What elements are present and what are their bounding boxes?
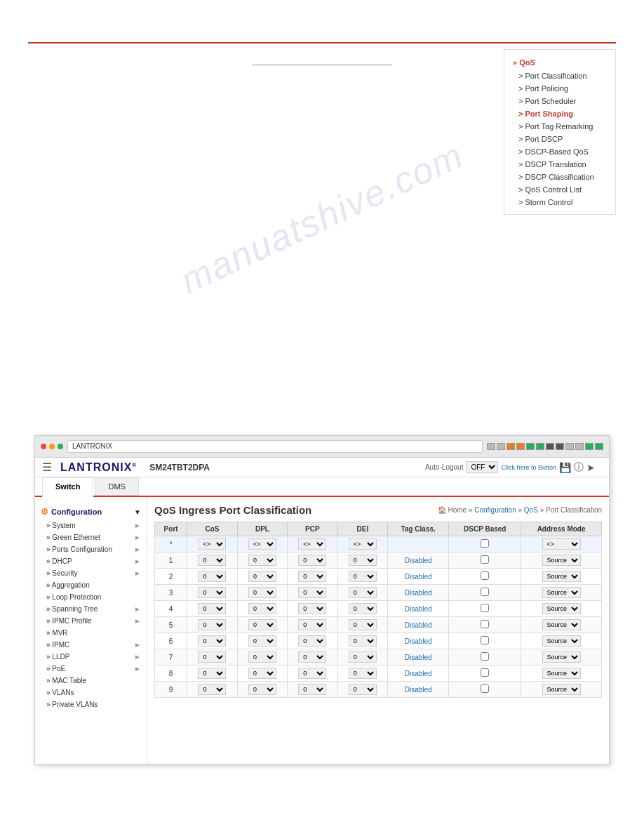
select-1-addr[interactable]: Source bbox=[542, 555, 581, 566]
cell-4-tag-class[interactable]: Disabled bbox=[388, 601, 449, 617]
sidebar-port-shaping[interactable]: > Port Shaping bbox=[504, 107, 615, 120]
checkbox-8-dscp[interactable] bbox=[481, 668, 489, 677]
cell-8-cos[interactable]: 0 bbox=[187, 666, 237, 682]
sidebar-port-dscp[interactable]: > Port DSCP bbox=[504, 133, 615, 145]
browser-address-bar[interactable]: LANTRONIX bbox=[67, 440, 483, 453]
cell-3-dscp[interactable] bbox=[449, 585, 521, 601]
select-2-dpl[interactable]: 0 bbox=[248, 571, 276, 582]
cell-3-cos[interactable]: 0 bbox=[187, 585, 237, 601]
sidebar-dscp-classification[interactable]: > DSCP Classification bbox=[504, 171, 615, 183]
cell-2-tag-class[interactable]: Disabled bbox=[388, 569, 449, 585]
select-9-dei[interactable]: 0 bbox=[349, 684, 377, 695]
cell-9-dpl[interactable]: 0 bbox=[237, 682, 287, 698]
cell-star-pcp[interactable]: <> bbox=[288, 536, 337, 552]
select-4-dpl[interactable]: 0 bbox=[248, 603, 276, 614]
select-star-cos[interactable]: <> bbox=[198, 538, 226, 550]
select-star-pcp[interactable]: <> bbox=[298, 538, 326, 550]
select-2-cos[interactable]: 0 bbox=[198, 571, 226, 582]
cell-star-cos[interactable]: <> bbox=[187, 536, 237, 552]
cell-8-tag-class[interactable]: Disabled bbox=[388, 666, 449, 682]
cell-4-dpl[interactable]: 0 bbox=[237, 601, 287, 617]
select-7-cos[interactable]: 0 bbox=[198, 651, 226, 663]
sidebar-item-loop-protection[interactable]: » Loop Protection bbox=[35, 591, 147, 603]
cell-4-dscp[interactable] bbox=[449, 601, 521, 617]
sidebar-dscp-translation[interactable]: > DSCP Translation bbox=[504, 158, 615, 171]
select-8-dpl[interactable]: 0 bbox=[248, 668, 276, 679]
link-2-tag-class[interactable]: Disabled bbox=[405, 573, 432, 581]
cell-4-cos[interactable]: 0 bbox=[187, 601, 237, 617]
sidebar-item-system[interactable]: » System ► bbox=[35, 519, 147, 531]
checkbox-4-dscp[interactable] bbox=[481, 604, 489, 612]
cell-6-dscp[interactable] bbox=[449, 633, 521, 649]
cell-5-dei[interactable]: 0 bbox=[337, 617, 387, 633]
sidebar-port-scheduler[interactable]: > Port Scheduler bbox=[504, 95, 615, 107]
cell-8-addr[interactable]: Source bbox=[521, 666, 602, 682]
cell-2-pcp[interactable]: 0 bbox=[288, 569, 337, 585]
select-6-addr[interactable]: Source bbox=[542, 635, 581, 647]
breadcrumb-config[interactable]: Configuration bbox=[474, 506, 516, 514]
select-8-addr[interactable]: Source bbox=[542, 668, 581, 679]
select-4-addr[interactable]: Source bbox=[542, 603, 581, 614]
save-icon[interactable]: 💾 bbox=[559, 462, 571, 473]
cell-star-dei[interactable]: <> bbox=[337, 536, 387, 552]
sidebar-item-security[interactable]: » Security ► bbox=[35, 567, 147, 579]
breadcrumb-home[interactable]: Home bbox=[448, 506, 467, 514]
checkbox-2-dscp[interactable] bbox=[481, 571, 489, 580]
select-2-addr[interactable]: Source bbox=[542, 571, 581, 582]
select-5-addr[interactable]: Source bbox=[542, 619, 581, 630]
cell-8-pcp[interactable]: 0 bbox=[288, 666, 337, 682]
link-5-tag-class[interactable]: Disabled bbox=[405, 621, 432, 629]
select-5-dpl[interactable]: 0 bbox=[248, 619, 276, 630]
breadcrumb-qos[interactable]: QoS bbox=[524, 506, 538, 514]
sidebar-item-lldp[interactable]: » LLDP ► bbox=[35, 651, 147, 663]
sidebar-item-green-ethernet[interactable]: » Green Ethernet ► bbox=[35, 531, 147, 543]
sidebar-item-ports-config[interactable]: » Ports Configuration ► bbox=[35, 543, 147, 555]
checkbox-3-dscp[interactable] bbox=[481, 588, 489, 596]
sidebar-storm-control[interactable]: > Storm Control bbox=[504, 196, 615, 208]
cell-9-addr[interactable]: Source bbox=[521, 682, 602, 698]
cell-5-dpl[interactable]: 0 bbox=[237, 617, 287, 633]
select-7-dei[interactable]: 0 bbox=[349, 651, 377, 663]
cell-1-dscp[interactable] bbox=[449, 552, 521, 569]
cell-1-addr[interactable]: Source bbox=[521, 552, 602, 569]
sidebar-item-ipmc[interactable]: » IPMC ► bbox=[35, 639, 147, 651]
link-8-tag-class[interactable]: Disabled bbox=[405, 670, 432, 677]
sidebar-item-mac-table[interactable]: » MAC Table bbox=[35, 675, 147, 687]
select-star-dpl[interactable]: <> bbox=[248, 538, 276, 550]
link-7-tag-class[interactable]: Disabled bbox=[405, 654, 432, 661]
cell-6-pcp[interactable]: 0 bbox=[288, 633, 337, 649]
cell-6-dpl[interactable]: 0 bbox=[237, 633, 287, 649]
cell-8-dscp[interactable] bbox=[449, 666, 521, 682]
cell-7-dpl[interactable]: 0 bbox=[237, 649, 287, 666]
cell-1-pcp[interactable]: 0 bbox=[288, 552, 337, 569]
select-7-pcp[interactable]: 0 bbox=[298, 651, 326, 663]
select-6-dei[interactable]: 0 bbox=[349, 635, 377, 647]
cell-4-pcp[interactable]: 0 bbox=[288, 601, 337, 617]
select-5-cos[interactable]: 0 bbox=[198, 619, 226, 630]
cell-9-dei[interactable]: 0 bbox=[337, 682, 387, 698]
sidebar-item-spanning-tree[interactable]: » Spanning Tree ► bbox=[35, 603, 147, 615]
select-6-pcp[interactable]: 0 bbox=[298, 635, 326, 647]
sidebar-qos-control-list[interactable]: > QoS Control List bbox=[504, 183, 615, 196]
cell-7-pcp[interactable]: 0 bbox=[288, 649, 337, 666]
cell-9-cos[interactable]: 0 bbox=[187, 682, 237, 698]
cell-2-addr[interactable]: Source bbox=[521, 569, 602, 585]
select-9-pcp[interactable]: 0 bbox=[298, 684, 326, 695]
select-1-dpl[interactable]: 0 bbox=[248, 555, 276, 566]
select-1-dei[interactable]: 0 bbox=[349, 555, 377, 566]
cell-3-dei[interactable]: 0 bbox=[337, 585, 387, 601]
select-4-cos[interactable]: 0 bbox=[198, 603, 226, 614]
sidebar-config-header[interactable]: ⚙ Configuration ▼ bbox=[35, 504, 147, 519]
link-9-tag-class[interactable]: Disabled bbox=[405, 686, 432, 694]
cell-3-dpl[interactable]: 0 bbox=[237, 585, 287, 601]
select-8-dei[interactable]: 0 bbox=[349, 668, 377, 679]
select-8-cos[interactable]: 0 bbox=[198, 668, 226, 679]
cell-2-dscp[interactable] bbox=[449, 569, 521, 585]
sidebar-item-poe[interactable]: » PoE ► bbox=[35, 663, 147, 675]
cell-7-dscp[interactable] bbox=[449, 649, 521, 666]
select-4-dei[interactable]: 0 bbox=[349, 603, 377, 614]
select-9-dpl[interactable]: 0 bbox=[248, 684, 276, 695]
sidebar-item-dhcp[interactable]: » DHCP ► bbox=[35, 555, 147, 567]
checkbox-1-dscp[interactable] bbox=[481, 555, 489, 564]
checkbox-star-dscp[interactable] bbox=[481, 539, 489, 548]
